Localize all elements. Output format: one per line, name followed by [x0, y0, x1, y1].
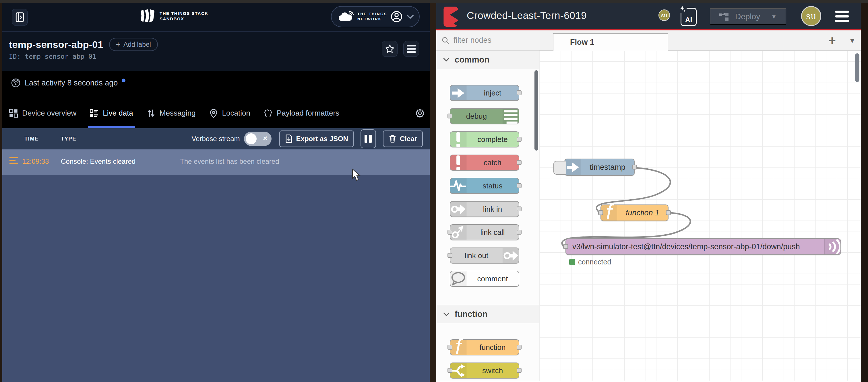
palette-node-switch[interactable]: switch [450, 362, 519, 379]
add-flow-button[interactable]: + [826, 34, 838, 47]
palette-scrollbar[interactable] [534, 70, 538, 150]
account-menu-button[interactable]: THE THINGS NETWORK [331, 6, 420, 27]
user-badge-small[interactable]: su [658, 9, 670, 21]
chevron-down-icon [443, 57, 450, 63]
event-message: The events list has been cleared [180, 158, 279, 166]
sidebar-toggle-button[interactable] [12, 9, 28, 26]
event-type: Console: Events cleared [61, 158, 135, 166]
palette-node-link-out[interactable]: link out [450, 247, 519, 264]
palette-node-debug[interactable]: debug [450, 108, 519, 124]
palette-section-header[interactable]: function [436, 305, 539, 323]
pause-stream-button[interactable] [361, 129, 376, 148]
palette-node-inject[interactable]: inject [450, 85, 519, 101]
tts-header: THE THINGS STACK SANDBOX THE THINGS NETW… [2, 3, 430, 32]
deploy-wire-icon [719, 12, 729, 21]
palette-node-complete[interactable]: complete [450, 131, 519, 147]
palette-section-common: commoninjectdebugcompletecatchstatuslink… [436, 50, 539, 305]
tts-logo-line1: THE THINGS STACK [160, 11, 208, 16]
node-output-port[interactable] [517, 160, 522, 165]
filter-nodes-input[interactable] [453, 36, 522, 45]
status-icon [451, 178, 466, 193]
mouse-cursor [352, 169, 361, 182]
exclaim-icon [451, 155, 466, 170]
node-output-port[interactable] [517, 230, 522, 235]
palette-node-status[interactable]: status [450, 178, 519, 194]
node-output-port[interactable] [517, 137, 522, 142]
flow-list-caret[interactable]: ▼ [849, 37, 856, 45]
tab-device-overview[interactable]: Device overview [9, 98, 76, 128]
device-title-bar: temp-sensor-abp-01 + Add label ID: temp-… [2, 32, 430, 71]
deploy-button[interactable]: Deploy ▼ [710, 8, 786, 25]
node-input-port[interactable] [447, 113, 453, 118]
main-menu-button[interactable] [835, 11, 849, 22]
flow-node-timestamp[interactable]: timestamp [564, 159, 634, 176]
node-output-port[interactable] [517, 368, 522, 373]
mqtt-status: connected [569, 258, 611, 266]
map-pin-icon [209, 109, 218, 118]
tts-console-window: THE THINGS STACK SANDBOX THE THINGS NETW… [2, 3, 430, 382]
ai-assistant-button[interactable]: AI [681, 8, 696, 26]
node-output-port[interactable] [517, 90, 522, 95]
node-input-port[interactable] [447, 368, 453, 373]
palette-node-function[interactable]: ffunction [450, 339, 519, 355]
search-icon [441, 36, 450, 44]
node-input-port[interactable] [563, 244, 568, 249]
tab-payload-formatters[interactable]: Payload formatters [264, 98, 339, 128]
palette-node-catch[interactable]: catch [450, 154, 519, 171]
node-output-port[interactable] [517, 345, 522, 350]
palette-section-header[interactable]: common [436, 50, 539, 69]
node-output-port[interactable] [666, 210, 671, 215]
node-input-port[interactable] [447, 345, 453, 350]
user-avatar[interactable]: su [801, 6, 821, 26]
node-input-port[interactable] [447, 253, 453, 258]
mqtt-broadcast-icon [825, 239, 840, 254]
verbose-stream-toggle[interactable]: × [244, 132, 272, 146]
export-json-button[interactable]: Export as JSON [279, 131, 354, 147]
node-red-logo [443, 7, 460, 27]
tts-logo-line2: SANDBOX [160, 16, 208, 22]
favorite-button[interactable] [382, 41, 398, 57]
deploy-dropdown-caret[interactable]: ▼ [771, 13, 777, 20]
verbose-stream-label: Verbose stream [191, 135, 240, 143]
payload-formatters-icon [264, 109, 273, 118]
device-menu-button[interactable] [403, 41, 419, 57]
switch-icon [451, 363, 466, 378]
canvas-scrollbar[interactable] [855, 53, 859, 82]
node-output-port[interactable] [517, 183, 522, 188]
flow-node-function1[interactable]: f function 1 [600, 205, 669, 221]
link-call-icon [451, 225, 466, 240]
wires [539, 51, 861, 381]
clear-events-button[interactable]: Clear [383, 131, 423, 147]
node-input-port[interactable] [598, 210, 603, 215]
account-line1: THE THINGS [358, 11, 387, 16]
node-output-port[interactable] [632, 165, 637, 170]
page-title: temp-sensor-abp-01 [9, 39, 103, 50]
tab-live-data[interactable]: Live data [90, 98, 133, 128]
node-palette: commoninjectdebugcompletecatchstatuslink… [436, 30, 539, 381]
tab-messaging[interactable]: Messaging [146, 98, 196, 128]
flow-node-mqtt-out[interactable]: v3/lwn-simulator-test@ttn/devices/temp-s… [565, 238, 841, 255]
palette-node-comment[interactable]: comment [450, 271, 519, 287]
desktop: THE THINGS STACK SANDBOX THE THINGS NETW… [0, 0, 868, 382]
inject-trigger-button[interactable] [553, 161, 566, 175]
add-label-button[interactable]: + Add label [109, 38, 158, 51]
function-icon: f [451, 340, 466, 355]
flow-tab[interactable]: Flow 1 [553, 33, 668, 51]
event-row[interactable]: 12:09:33 Console: Events cleared The eve… [2, 149, 430, 175]
tab-location[interactable]: Location [209, 98, 250, 128]
node-input-port[interactable] [447, 230, 453, 235]
tts-logo-icon [138, 9, 155, 24]
flow-canvas[interactable]: timestamp f function 1 v3/lwn-simulator-… [539, 51, 861, 381]
gear-icon[interactable] [415, 108, 425, 119]
palette-node-link-call[interactable]: link call [450, 224, 519, 240]
palette-node-link-in[interactable]: link in [450, 201, 519, 217]
node-output-port[interactable] [517, 207, 522, 211]
palette-section-function: functionffunctionswitchchange [436, 305, 539, 381]
inject-icon [565, 159, 581, 175]
comment-icon [451, 271, 466, 286]
live-data-icon [90, 109, 99, 118]
arrows-up-down-icon [146, 109, 156, 118]
user-avatar-icon [391, 10, 402, 23]
device-tabs: Device overview Live data Messaging Loca… [2, 95, 430, 128]
window-top-strip [0, 0, 868, 3]
